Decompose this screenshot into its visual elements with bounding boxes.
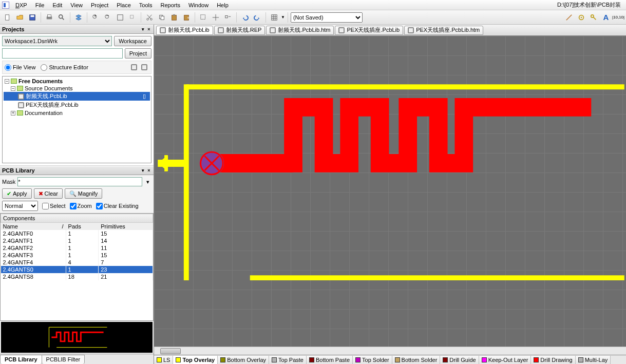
collapse-icon[interactable]: − (11, 86, 15, 91)
tree-file-selected[interactable]: 射频天线.PcbLib▯ (4, 92, 150, 101)
table-row[interactable]: 2.4GANTF0115 (1, 230, 153, 237)
menu-window[interactable]: Window (184, 1, 213, 9)
clear-existing-checkbox[interactable]: Clear Existing (96, 203, 139, 209)
undo-button[interactable] (239, 12, 251, 23)
layer-tab[interactable]: Bottom Paste (307, 356, 353, 364)
clear-button[interactable]: ✖Clear (34, 188, 63, 199)
document-tab[interactable]: 射频天线.REP (214, 26, 265, 35)
project-refresh-icon[interactable] (140, 63, 149, 72)
document-tab[interactable]: PEX天线插座.PcbLib (335, 26, 403, 35)
pcb-canvas[interactable] (154, 36, 626, 347)
layer-tab[interactable]: Multi-Lay (576, 356, 611, 364)
layer-tab[interactable]: Drill Guide (440, 356, 479, 364)
menu-edit[interactable]: Edit (48, 1, 66, 9)
find-button[interactable] (222, 12, 234, 23)
print-button[interactable] (44, 12, 55, 23)
grid-button[interactable] (269, 12, 280, 23)
table-row[interactable]: 2.4GANTS0123 (1, 266, 153, 273)
paste-special-button[interactable]: + (181, 12, 192, 23)
key-icon[interactable] (588, 12, 599, 23)
cut-button[interactable] (144, 12, 155, 23)
dimension-icon[interactable]: |10,10| (613, 12, 624, 23)
layer-tab[interactable]: Top Paste (269, 356, 307, 364)
layer-tab[interactable]: Keep-Out Layer (479, 356, 532, 364)
menu-view[interactable]: View (66, 1, 87, 9)
doc-icon: ▯ (143, 93, 149, 100)
table-row[interactable]: 2.4GANTF1114 (1, 237, 153, 244)
collapse-icon[interactable]: − (5, 79, 9, 84)
select-checkbox[interactable]: Select (42, 203, 66, 209)
zoom-out-button[interactable]: − (102, 12, 113, 23)
tree-file[interactable]: PEX天线插座.PcbLib (4, 101, 150, 109)
layer-tab[interactable]: Drill Drawing (531, 356, 575, 364)
preview-button[interactable] (56, 12, 67, 23)
new-button[interactable] (2, 12, 13, 23)
select-button[interactable] (198, 12, 209, 23)
layers-button[interactable] (73, 12, 84, 23)
table-row[interactable]: 2.4GANTS81821 (1, 273, 153, 280)
layer-tab[interactable]: Top Overlay (173, 356, 218, 364)
mask-input[interactable] (17, 177, 142, 186)
layer-tab[interactable]: LS (154, 356, 173, 364)
workspace-select[interactable]: Workspace1.DsnWrk (2, 36, 112, 46)
svg-point-5 (59, 14, 63, 18)
table-row[interactable]: 2.4GANTF2111 (1, 244, 153, 252)
gear-icon[interactable] (576, 12, 587, 23)
project-options-icon[interactable] (129, 63, 139, 72)
layer-tab[interactable]: Bottom Overlay (218, 356, 269, 364)
workspace-button[interactable]: Workspace (114, 36, 151, 46)
horizontal-scrollbar[interactable] (154, 347, 626, 355)
normal-select[interactable]: Normal (2, 201, 38, 211)
menu-file[interactable]: File (31, 1, 49, 9)
col-pads[interactable]: Pads (66, 223, 99, 231)
components-grid[interactable]: Components Name / Pads Primitives 2.4GAN… (0, 213, 154, 321)
chevron-down-icon[interactable]: ▾ (144, 179, 151, 185)
layer-swatch-icon (534, 357, 539, 362)
menu-project[interactable]: Project (87, 1, 112, 9)
layer-tab[interactable]: Bottom Solder (392, 356, 441, 364)
project-button[interactable]: Project (125, 48, 151, 59)
zoom-fit-button[interactable] (115, 12, 126, 23)
copy-button[interactable] (156, 12, 167, 23)
close-icon[interactable]: × (146, 168, 151, 173)
save-button[interactable] (27, 12, 38, 23)
document-tab[interactable]: 射频天线.PcbLib (156, 26, 213, 35)
menu-dxp[interactable]: DXP (11, 1, 31, 9)
paste-button[interactable] (168, 12, 180, 23)
apply-button[interactable]: ✔Apply (2, 188, 32, 199)
measure-button[interactable] (563, 12, 575, 23)
menu-reports[interactable]: Reports (156, 1, 184, 9)
tab-pcblib-filter[interactable]: PCBLIB Filter (42, 355, 85, 364)
col-name[interactable]: Name / (1, 223, 66, 231)
move-button[interactable] (210, 12, 221, 23)
open-button[interactable] (14, 12, 26, 23)
col-primitives[interactable]: Primitives (99, 223, 153, 231)
expand-icon[interactable]: + (11, 111, 15, 116)
document-tab[interactable]: 射频天线.PcbLib.htm (266, 26, 334, 35)
magnify-button[interactable]: 🔍Magnify (65, 188, 103, 199)
svg-rect-19 (172, 15, 177, 20)
toolbar-select[interactable]: (Not Saved) (291, 12, 363, 23)
file-view-radio[interactable]: File View (5, 64, 35, 71)
tab-pcb-library[interactable]: PCB Library (0, 355, 42, 364)
menu-help[interactable]: Help (213, 1, 233, 9)
structure-editor-radio[interactable]: Structure Editor (41, 64, 88, 71)
redo-button[interactable] (252, 12, 263, 23)
menu-place[interactable]: Place (112, 1, 135, 9)
table-row[interactable]: 2.4GANTF447 (1, 259, 153, 266)
zoom-select-button[interactable] (127, 12, 138, 23)
pin-icon[interactable]: ▾ (140, 27, 145, 32)
close-icon[interactable]: × (146, 27, 151, 32)
project-input[interactable] (2, 48, 123, 59)
table-row[interactable]: 2.4GANTF3115 (1, 252, 153, 259)
menu-tools[interactable]: Tools (135, 1, 157, 9)
text-icon[interactable]: A (600, 12, 612, 23)
layer-tab[interactable]: Top Solder (353, 356, 392, 364)
projects-header: Projects ▾× (0, 25, 154, 34)
zoom-in-button[interactable]: + (90, 12, 101, 23)
projects-tree[interactable]: −Free Documents −Source Documents 射频天线.P… (2, 76, 151, 163)
zoom-checkbox[interactable]: Zoom (70, 203, 92, 209)
tree-folder-documentation[interactable]: +Documentation (4, 109, 150, 117)
document-tab[interactable]: PEX天线插座.PcbLib.htm (404, 26, 483, 35)
pin-icon[interactable]: ▾ (140, 168, 145, 173)
